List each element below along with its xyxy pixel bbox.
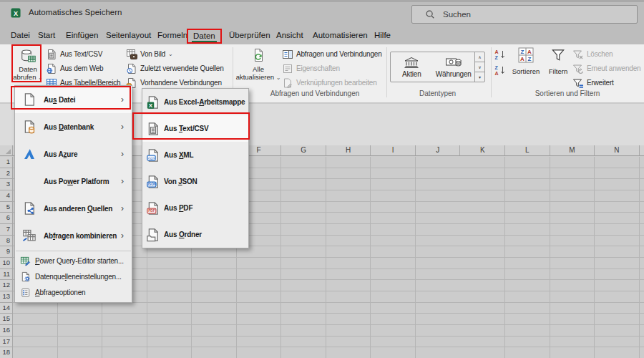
file-icon (15, 92, 44, 107)
menu-item-aus-azure[interactable]: Aus Azure› (15, 140, 132, 168)
edit-links-label: Verknüpfungen bearbeiten (296, 79, 377, 87)
tab-hilfe[interactable]: Hilfe (374, 29, 391, 44)
row-header-5[interactable]: 5 (0, 202, 12, 213)
menu-item-aus-datenbank[interactable]: Aus Datenbank› (15, 113, 132, 140)
menu-item-aus-anderen-quellen[interactable]: Aus anderen Quellen› (15, 195, 132, 222)
stocks-label: Aktien (402, 70, 421, 78)
autosave-label: Automatisches Speichern (29, 8, 122, 16)
tab-datei[interactable]: Datei (11, 29, 30, 44)
select-all-corner[interactable] (0, 145, 13, 155)
menu-item-von-json[interactable]: JSONVon JSON (142, 168, 248, 195)
properties-button[interactable]: Eigenschaften (282, 62, 340, 74)
search-input[interactable] (441, 9, 585, 19)
row-header-3[interactable]: 3 (0, 179, 12, 190)
existing-connections-button[interactable]: Vorhandene Verbindungen (126, 77, 222, 89)
edit-links-button[interactable]: Verknüpfungen bearbeiten (282, 77, 377, 89)
row-header-10[interactable]: 10 (0, 258, 12, 269)
row-header-18[interactable]: 18 (0, 347, 12, 358)
column-header-i[interactable]: I (371, 145, 416, 155)
tab-formeln[interactable]: Formeln (157, 29, 187, 44)
stocks-button[interactable]: Aktien (391, 52, 433, 82)
clear-filter-button[interactable]: Löschen (572, 48, 613, 60)
group-label-sort-filter: Sortieren und Filtern (494, 90, 641, 97)
column-header[interactable] (640, 145, 644, 155)
menu-item-aus-xml[interactable]: <o>Aus XML (142, 142, 248, 168)
get-data-button[interactable]: Daten abrufen ⌄ (12, 45, 44, 84)
column-header-g[interactable]: G (281, 145, 326, 155)
gallery-scroll-up-button[interactable]: ∧ (475, 52, 484, 62)
column-header-m[interactable]: M (550, 145, 595, 155)
refresh-label-line2: aktualisieren (236, 73, 274, 81)
tab-label: Ansicht (276, 31, 303, 39)
column-header-n[interactable]: N (595, 145, 640, 155)
search-box[interactable] (411, 5, 638, 24)
sort-descending-icon[interactable]: ZA (494, 64, 506, 79)
filter-label: Filtern (549, 67, 567, 75)
svg-text:Z: Z (495, 65, 499, 70)
row-header-16[interactable]: 16 (0, 325, 12, 337)
menu-item-aus-ordner[interactable]: Aus Ordner (142, 221, 248, 248)
reapply-filter-button[interactable]: Erneut anwenden (572, 62, 640, 74)
menu-item-aus-excel-arbeitsmappe[interactable]: XAus Excel-Arbeitsmappe (142, 89, 248, 115)
menu-item-aus-pdf[interactable]: PDFAus PDF (142, 195, 248, 221)
row-header-8[interactable]: 8 (0, 236, 12, 247)
tab-ansicht[interactable]: Ansicht (276, 29, 303, 44)
row-header-9[interactable]: 9 (0, 246, 12, 258)
menu-item-abfragen-kombinieren[interactable]: Abfragen kombinieren› (15, 222, 132, 249)
row-header-2[interactable]: 2 (0, 168, 12, 180)
menu-item-datenquelleneinstellungen[interactable]: Datenquelleneinstellungen... (15, 268, 132, 284)
gallery-scroll-down-button[interactable]: ∨ (475, 62, 484, 72)
menu-item-aus-text-csv[interactable]: Aus Text/CSV (142, 115, 248, 142)
currency-icon (445, 56, 462, 70)
row-header-6[interactable]: 6 (0, 213, 12, 224)
recent-sources-label: Zuletzt verwendete Quellen (140, 64, 224, 72)
menu-item-label: Aus Ordner (164, 231, 238, 238)
menu-item-aus-datei[interactable]: Aus Datei› (15, 86, 132, 113)
row-header-4[interactable]: 4 (0, 190, 12, 202)
column-header-l[interactable]: L (505, 145, 550, 155)
json-file-icon: JSON (142, 175, 164, 189)
tab-einfügen[interactable]: Einfügen (66, 29, 98, 44)
sort-button[interactable]: ZAAZ Sortieren (509, 45, 542, 84)
menu-item-label: Von JSON (164, 178, 238, 185)
chevron-right-icon: › (121, 122, 132, 132)
row-header-7[interactable]: 7 (0, 224, 12, 236)
row-header-15[interactable]: 15 (0, 314, 12, 325)
queries-connections-button[interactable]: Abfragen und Verbindungen (282, 48, 382, 60)
row-header-1[interactable]: 1 (0, 157, 12, 168)
tab-automatisieren[interactable]: Automatisieren (313, 29, 368, 44)
recent-sources-button[interactable]: Zuletzt verwendete Quellen (126, 62, 224, 74)
from-text-csv-button[interactable]: Aus Text/CSV (46, 48, 102, 60)
sort-ascending-icon[interactable]: AZ (494, 48, 506, 63)
menu-item-label: Aus Azure (44, 150, 121, 158)
row-header-14[interactable]: 14 (0, 303, 12, 314)
tab-überprüfen[interactable]: Überprüfen (229, 29, 270, 44)
row-header-11[interactable]: 11 (0, 269, 12, 281)
tab-seitenlayout[interactable]: Seitenlayout (106, 29, 151, 44)
currencies-button[interactable]: Währungen (433, 52, 475, 82)
tab-label: Hilfe (374, 31, 391, 39)
column-header-h[interactable]: H (326, 145, 371, 155)
menu-item-power-query-editor-starten[interactable]: Power Query-Editor starten... (15, 253, 132, 268)
menu-item-aus-power-platform[interactable]: Aus Power Platform› (15, 168, 132, 195)
menu-item-abfrageoptionen[interactable]: Abfrageoptionen (15, 284, 132, 300)
advanced-filter-button[interactable]: Erweitert (572, 77, 614, 89)
row-header-17[interactable]: 17 (0, 337, 12, 348)
tab-label: Überprüfen (229, 31, 270, 39)
column-header-k[interactable]: K (460, 145, 505, 155)
row-header-13[interactable]: 13 (0, 291, 12, 303)
properties-icon (282, 63, 293, 74)
column-header-j[interactable]: J (416, 145, 461, 155)
tab-start[interactable]: Start (38, 29, 55, 44)
row-header-12[interactable]: 12 (0, 280, 12, 291)
tab-daten[interactable]: Daten (187, 29, 222, 44)
refresh-all-button[interactable]: Alle aktualisieren ⌄ (236, 45, 280, 84)
from-web-button[interactable]: Aus dem Web (46, 62, 103, 74)
gallery-expand-button[interactable]: ▾ (475, 72, 484, 82)
menu-item-label: Power Query-Editor starten... (35, 257, 124, 265)
chevron-down-icon: ⌄ (276, 74, 281, 81)
filter-button[interactable]: Filtern (544, 45, 572, 84)
group-separator (491, 47, 492, 97)
from-picture-button[interactable]: Von Bild ⌄ (126, 48, 173, 60)
edit-links-icon (282, 77, 293, 89)
